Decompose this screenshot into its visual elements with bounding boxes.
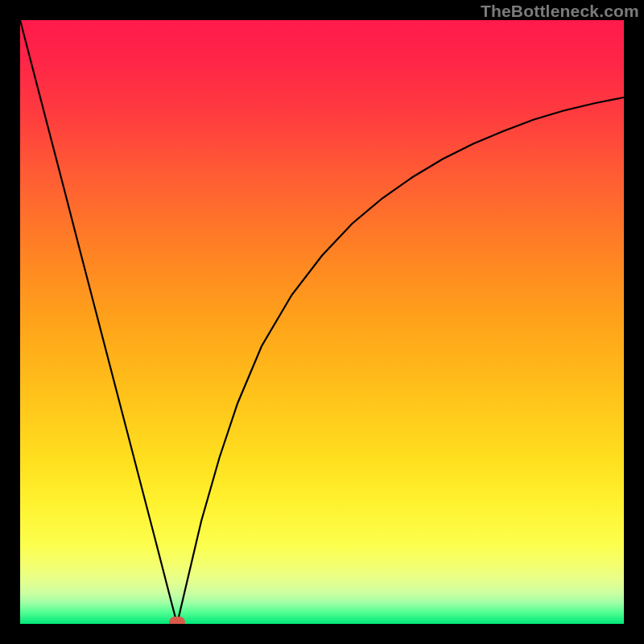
attribution-label: TheBottleneck.com [481,2,639,21]
minimum-marker [169,617,185,624]
chart-frame: TheBottleneck.com [0,0,644,644]
curve-layer [20,20,624,624]
bottleneck-curve [20,20,624,624]
plot-area [20,20,624,624]
